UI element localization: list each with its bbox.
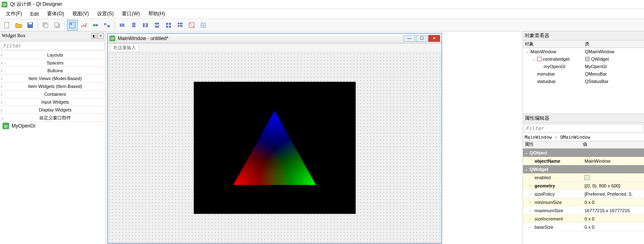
property-row[interactable]: enabled✓ [523,173,644,182]
category-layouts[interactable]: ›Layouts [0,51,105,59]
category-containers[interactable]: ›Containers [0,90,105,98]
menu-form[interactable]: 窗体(O) [43,9,68,19]
svg-point-10 [95,24,98,26]
layout-vbox-button[interactable] [128,20,139,31]
property-row[interactable]: objectNameMainWindow [523,157,644,165]
category-item-views[interactable]: ›Item Views (Model-Based) [0,75,105,83]
inspector-tree[interactable]: ⌄MainWindowQMainWindow⌄centralwidgetQWid… [523,48,644,114]
category-buttons[interactable]: ›Buttons [0,67,105,75]
edit-buddies-button[interactable] [90,20,101,31]
bring-front-button[interactable] [52,20,62,31]
object-inspector-title: 对象查看器 [523,31,644,40]
inspector-header: 对象 类 [523,40,644,48]
svg-rect-8 [70,23,72,25]
form-close-button[interactable]: ✕ [428,35,440,42]
property-filter[interactable] [524,124,643,133]
svg-rect-16 [123,24,124,27]
property-row[interactable]: ›sizePolicy[Preferred, Preferred, 0, [523,190,644,198]
form-window[interactable]: Qt MainWindow - untitled* — ☐ ✕ 在这里输入 [107,33,442,244]
svg-rect-31 [180,23,183,24]
dock-close-button[interactable]: ✕ [98,33,104,39]
qt-app-icon: Qt [2,2,7,7]
widget-box-filter[interactable] [1,41,105,50]
inspector-row[interactable]: statusbarQStatusBar [523,78,644,85]
menu-file[interactable]: 文件(F) [2,9,26,19]
save-file-button[interactable] [25,20,36,31]
property-row[interactable]: ›sizeIncrement0 x 0 [523,215,644,223]
svg-rect-6 [55,23,58,26]
svg-rect-26 [166,23,168,25]
property-row[interactable]: ›geometry[(0, 0), 800 x 600] [523,182,644,190]
layout-hsplit-button[interactable] [140,20,151,31]
open-file-button[interactable] [13,20,24,31]
form-maximize-button[interactable]: ☐ [416,35,428,42]
layout-grid-button[interactable] [163,20,174,31]
design-canvas[interactable]: Qt MainWindow - untitled* — ☐ ✕ 在这里输入 [106,31,523,244]
svg-rect-27 [169,23,171,25]
adjust-size-button[interactable] [198,20,209,31]
svg-rect-15 [121,24,123,27]
category-item-widgets[interactable]: ›Item Widgets (Item-Based) [0,83,105,90]
widget-box-panel: Widget Box ◧ ✕ ›Layouts ›Spacers ›Button… [0,31,106,244]
edit-tab-order-button[interactable]: 123 [102,20,112,31]
menu-window[interactable]: 窗口(W) [118,9,144,19]
qt-form-icon: Qt [109,36,115,41]
svg-rect-19 [132,26,135,27]
svg-rect-33 [180,25,183,27]
widget-item-myopengl[interactable]: Qt MyOpenGl [0,122,105,130]
object-inspector-panel: 对象查看器 对象 类 ⌄MainWindowQMainWindow⌄centra… [523,31,644,114]
menu-settings[interactable]: 设置(S) [93,9,118,19]
property-row[interactable]: ›baseSize0 x 0 [523,223,644,231]
menu-view[interactable]: 视图(V) [68,9,93,19]
property-group[interactable]: ⌄QObject [523,149,644,157]
form-menubar[interactable]: 在这里输入 [108,43,442,52]
inspector-row[interactable]: myOpenGlMyOpenGl [523,63,644,70]
inspector-row[interactable]: ⌄centralwidgetQWidget [523,55,644,63]
form-menu-placeholder[interactable]: 在这里输入 [110,43,139,52]
svg-rect-20 [143,23,145,27]
form-title: MainWindow - untitled* [118,36,169,41]
svg-point-9 [93,24,95,26]
svg-text:123: 123 [105,23,109,25]
property-header: 属性 值 [523,141,644,149]
property-group[interactable]: ⌄QWidget [523,165,644,173]
break-layout-button[interactable] [186,20,197,31]
svg-rect-21 [146,23,148,27]
category-custom[interactable]: ⌄自定义窗口部件 [0,114,105,122]
menu-help[interactable]: 帮助(H) [144,9,169,19]
inspector-row[interactable]: menubarQMenuBar [523,70,644,78]
widget-categories: ›Layouts ›Spacers ›Buttons ›Item Views (… [0,51,105,130]
category-input-widgets[interactable]: ›Input Widgets [0,98,105,106]
rgb-triangle-icon [229,107,320,189]
svg-rect-24 [155,26,159,28]
svg-rect-28 [166,26,168,28]
menu-edit[interactable]: Edit [26,10,43,18]
layout-vsplit-button[interactable] [152,20,162,31]
dock-float-button[interactable]: ◧ [91,33,97,39]
form-central-area[interactable] [108,52,442,243]
inspector-row[interactable]: ⌄MainWindowQMainWindow [523,48,644,55]
edit-widgets-button[interactable] [67,20,78,31]
svg-rect-17 [132,23,135,24]
new-file-button[interactable] [2,20,12,31]
svg-rect-12 [107,25,110,27]
property-context: MainWindow : QMainWindow [523,134,644,141]
checkbox-icon[interactable]: ✓ [585,175,589,180]
layout-form-button[interactable] [175,20,185,31]
edit-signals-button[interactable] [78,20,89,31]
layout-hbox-button[interactable] [117,20,128,31]
property-row[interactable]: ›minimumSize0 x 0 [523,198,644,206]
send-back-button[interactable] [40,20,51,31]
property-row[interactable]: ›maximumSize16777215 x 16777215 [523,206,644,215]
layout-icon [537,57,542,62]
opengl-widget[interactable] [194,82,356,214]
svg-marker-40 [233,111,316,185]
property-editor-panel: 属性编辑器 MainWindow : QMainWindow 属性 值 ⌄QOb… [523,114,644,244]
form-titlebar[interactable]: Qt MainWindow - untitled* — ☐ ✕ [108,33,442,43]
property-list[interactable]: ⌄QObjectobjectNameMainWindow⌄QWidgetenab… [523,149,644,244]
svg-rect-2 [29,23,32,24]
form-minimize-button[interactable]: — [404,35,415,42]
category-display-widgets[interactable]: ›Display Widgets [0,106,105,114]
svg-rect-42 [585,57,589,61]
category-spacers[interactable]: ›Spacers [0,59,105,67]
